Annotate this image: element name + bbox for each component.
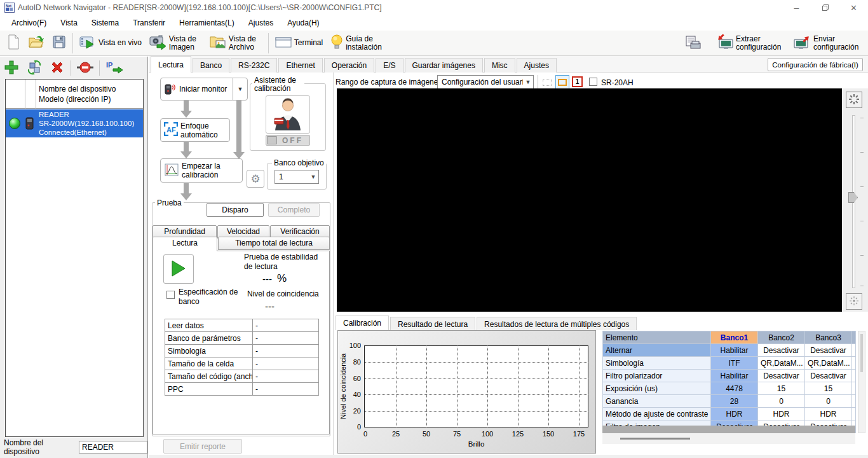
- tab-resultado-lectura[interactable]: Resultado de lectura: [390, 317, 475, 330]
- complete-button[interactable]: Completo: [268, 203, 320, 217]
- restore-button[interactable]: [811, 0, 839, 15]
- brightness-low-button[interactable]: [846, 293, 862, 310]
- tab-calibracion[interactable]: Calibración: [336, 316, 389, 330]
- trigger-button[interactable]: Disparo: [207, 203, 264, 217]
- cell[interactable]: 15: [805, 382, 852, 395]
- emit-report-button[interactable]: Emitir reporte: [163, 439, 242, 454]
- menu-ayuda[interactable]: Ayuda(H): [281, 16, 325, 30]
- cell[interactable]: HDR: [711, 408, 758, 420]
- cell[interactable]: Desactivar: [805, 344, 852, 357]
- row-label[interactable]: Método de ajuste de contraste: [603, 408, 711, 420]
- cell[interactable]: Habilitar: [711, 370, 758, 382]
- add-device-button[interactable]: [0, 59, 23, 78]
- install-guide-button[interactable]: Guía de instalación: [327, 32, 389, 55]
- camera-image-view[interactable]: [337, 88, 842, 312]
- run-test-button[interactable]: [163, 254, 194, 284]
- col-banco3[interactable]: Banco3: [805, 331, 852, 344]
- tab-guardar-imagenes[interactable]: Guardar imágenes: [405, 58, 483, 73]
- cell[interactable]: Desactivar: [758, 344, 805, 357]
- svg-text:Net: Net: [6, 4, 11, 8]
- row-label[interactable]: Filtro polarizador: [603, 370, 711, 382]
- menu-sistema[interactable]: Sistema: [85, 16, 125, 30]
- cell[interactable]: QR,DataM...: [805, 357, 852, 370]
- target-bank-select[interactable]: 1 ▼: [275, 170, 319, 184]
- disconnect-button[interactable]: [73, 59, 97, 78]
- tab-ethernet[interactable]: Ethernet: [278, 58, 322, 73]
- assistant-toggle[interactable]: OFF: [266, 135, 310, 146]
- tab-ajustes[interactable]: Ajustes: [517, 58, 557, 73]
- tab-lectura[interactable]: Lectura: [151, 56, 191, 73]
- cell[interactable]: 0: [805, 395, 852, 408]
- bank-spec-checkbox[interactable]: [166, 291, 175, 299]
- menu-herramientas[interactable]: Herramientas(L): [173, 16, 241, 30]
- send-config-button[interactable]: Enviar configuración: [789, 32, 863, 55]
- cell[interactable]: HDR: [758, 408, 805, 420]
- cell[interactable]: 28: [711, 395, 758, 408]
- extract-config-button[interactable]: Extraer configuración: [712, 32, 785, 55]
- image-view-button[interactable]: Vista de Imagen: [146, 32, 206, 55]
- calibration-wizard-button[interactable]: [266, 95, 310, 134]
- live-view-button[interactable]: Vista en vivo: [76, 32, 146, 55]
- row-label[interactable]: Simbología: [603, 357, 711, 370]
- menu-transferir[interactable]: Transferir: [126, 16, 172, 30]
- terminal-button[interactable]: Terminal: [271, 32, 327, 55]
- delete-device-button[interactable]: [46, 59, 69, 78]
- brightness-high-button[interactable]: [846, 92, 862, 108]
- save-button[interactable]: [48, 32, 70, 55]
- start-monitor-dropdown[interactable]: ▼: [233, 78, 248, 101]
- range-mode-numbered-toggle[interactable]: 1: [572, 76, 583, 87]
- menu-archivo[interactable]: Archivo(F): [5, 16, 53, 30]
- horizontal-scrollbar[interactable]: [602, 433, 855, 444]
- chart-y-axis-label: Nivel de coincidencia: [339, 345, 348, 427]
- capture-range-select[interactable]: Configuración del usuario ▼: [437, 75, 534, 89]
- col-banco2[interactable]: Banco2: [758, 331, 805, 344]
- tab-tiempo-total[interactable]: Tiempo total de lectura: [218, 237, 330, 250]
- cell[interactable]: ITF: [711, 357, 758, 370]
- slider-tick: [860, 221, 864, 221]
- cell[interactable]: HDR: [805, 408, 852, 420]
- sr20ah-checkbox[interactable]: [589, 78, 597, 86]
- tab-misc[interactable]: Misc: [484, 58, 515, 73]
- row-label[interactable]: Exposición (us): [603, 382, 711, 395]
- cell[interactable]: 4478: [711, 382, 758, 395]
- tab-resultados-multiples[interactable]: Resultados de lectura de múltiples códig…: [477, 317, 637, 330]
- col-banco1[interactable]: Banco1: [711, 331, 758, 344]
- row-label[interactable]: Alternar: [603, 344, 711, 357]
- device-name-input[interactable]: [79, 441, 147, 454]
- factory-settings-button[interactable]: Configuración de fábrica(I): [768, 58, 863, 71]
- cell[interactable]: 15: [758, 382, 805, 395]
- ip-settings-button[interactable]: IP: [102, 59, 126, 78]
- scrollbar-thumb[interactable]: [620, 438, 690, 440]
- menu-ajustes[interactable]: Ajustes: [242, 16, 280, 30]
- menu-vista[interactable]: Vista: [54, 16, 83, 30]
- tab-rs232c[interactable]: RS-232C: [231, 58, 277, 73]
- auto-focus-button[interactable]: AF Enfoque automático: [160, 118, 230, 142]
- cell[interactable]: Habilitar: [711, 344, 758, 357]
- range-mode-custom-toggle[interactable]: [555, 75, 569, 89]
- range-mode-full-toggle[interactable]: [541, 76, 553, 88]
- open-file-button[interactable]: [24, 32, 48, 55]
- tab-es[interactable]: E/S: [376, 58, 403, 73]
- device-row[interactable]: READER SR-2000W(192.168.100.100) Connect…: [6, 109, 143, 137]
- calibration-settings-button[interactable]: ⚙: [247, 170, 264, 188]
- new-file-button[interactable]: [3, 32, 24, 55]
- vertical-scrollbar[interactable]: [858, 331, 865, 433]
- file-view-button[interactable]: Vista de Archivo: [206, 32, 266, 55]
- cell[interactable]: QR,DataM...: [758, 357, 805, 370]
- row-label[interactable]: Ganancia: [603, 395, 711, 408]
- cell[interactable]: Desactivar: [805, 370, 852, 382]
- minimize-button[interactable]: –: [782, 0, 811, 15]
- close-button[interactable]: ✕: [839, 0, 868, 15]
- start-calibration-button[interactable]: Empezar la calibración: [160, 158, 243, 183]
- tab-lectura-test[interactable]: Lectura: [153, 237, 217, 251]
- cell[interactable]: 0: [758, 395, 805, 408]
- menu-bar: Archivo(F) Vista Sistema Transferir Herr…: [0, 15, 868, 31]
- report-print-button[interactable]: [681, 32, 705, 55]
- cell[interactable]: Desactivar: [758, 370, 805, 382]
- start-monitor-button[interactable]: Iniciar monitor: [160, 78, 233, 101]
- tab-operacion[interactable]: Operación: [324, 58, 374, 73]
- update-device-button[interactable]: [23, 59, 46, 78]
- brightness-slider-handle[interactable]: [848, 192, 858, 203]
- scrollbar-thumb[interactable]: [860, 334, 863, 372]
- tab-banco[interactable]: Banco: [193, 58, 229, 73]
